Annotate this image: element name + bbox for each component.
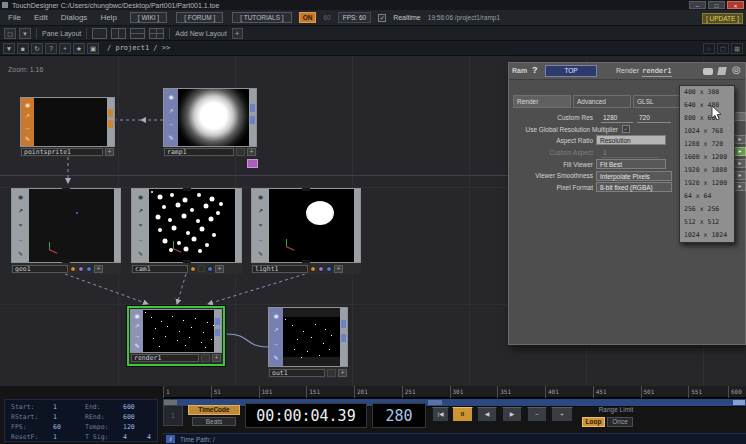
node-flag-icon[interactable]: ✎ <box>168 135 173 141</box>
pane-view-icon[interactable]: ▦ <box>731 43 743 54</box>
node-flag-icon[interactable]: × <box>19 222 23 228</box>
timeline-mini-button[interactable]: 1 <box>163 405 183 426</box>
once-button[interactable]: Once <box>607 417 633 427</box>
node-connectors[interactable] <box>214 310 221 352</box>
output-connector[interactable] <box>108 109 113 117</box>
node-flag-icon[interactable]: → <box>134 333 140 339</box>
node-out1[interactable]: ◉↗→✎ out1 + <box>268 307 348 378</box>
output-connector[interactable] <box>341 320 346 328</box>
pickable-flag-dot[interactable] <box>318 266 324 272</box>
update-button[interactable]: [ UPDATE ] <box>702 13 743 24</box>
multiplier-checkbox[interactable]: ✓ <box>622 125 630 133</box>
resolution-menu-item[interactable]: 256 x 256 <box>680 203 734 216</box>
param-tab[interactable]: Render <box>513 95 571 108</box>
op-family-badge[interactable]: TOP <box>545 65 597 77</box>
node-name[interactable]: geo1 <box>12 265 68 273</box>
node-ramp1[interactable]: ◉↗→✎ ramp1 + <box>163 88 257 157</box>
output-connector[interactable] <box>250 104 255 112</box>
resolution-menu-item[interactable]: 64 x 64 <box>680 190 734 203</box>
node-expand-button[interactable]: + <box>334 265 343 273</box>
navbar-icon[interactable]: + <box>59 43 71 54</box>
node-viewer[interactable] <box>269 189 354 262</box>
node-flag-icon[interactable]: ◉ <box>18 194 23 200</box>
display-flag-dot[interactable] <box>326 266 332 272</box>
navbar-icon[interactable]: ▼ <box>3 43 15 54</box>
node-flag-icon[interactable]: ↗ <box>258 208 263 214</box>
ramp-keys-button[interactable] <box>247 159 258 168</box>
custom-aspect-field[interactable]: 1 <box>601 149 659 158</box>
comment-icon[interactable] <box>703 68 713 75</box>
node-flag-icon[interactable]: → <box>18 237 24 243</box>
rstart-value[interactable]: 1 <box>53 413 57 421</box>
output-connector[interactable] <box>250 116 255 124</box>
node-flag-icon[interactable]: × <box>259 222 263 228</box>
node-cam1[interactable]: ◉↗×→✎ cam1 + <box>131 188 242 274</box>
node-flag-icon[interactable]: ✎ <box>134 343 139 349</box>
step-forward-button[interactable]: + <box>551 407 573 422</box>
resolution-menu-item[interactable]: 1600 x 1200 <box>680 151 734 164</box>
param-menu-arrow-icon[interactable]: ▸ <box>734 135 746 144</box>
node-flag-icon[interactable]: → <box>258 237 264 243</box>
tsig-value-a[interactable]: 4 <box>123 433 127 441</box>
timeline-settings-panel[interactable]: Start: 1 End: 600 RStart: 1 REnd: 600 FP… <box>4 399 158 442</box>
jump-to-start-button[interactable]: |◀ <box>432 407 449 422</box>
param-menu-arrow-icon[interactable]: ▸ <box>734 182 746 191</box>
param-menu-arrow-icon[interactable]: ▸ <box>734 171 746 180</box>
node-flag-icon[interactable]: → <box>138 237 144 243</box>
node-flag-icon[interactable]: → <box>273 341 279 347</box>
resolution-menu-item[interactable]: 1024 x 1024 <box>680 229 734 242</box>
close-button[interactable]: × <box>727 1 744 9</box>
pane-layout-preset-quad[interactable] <box>149 28 164 39</box>
pixel-format-menu[interactable]: 8-bit fixed (RGBA) <box>596 182 672 192</box>
time-path-icon[interactable]: / <box>166 435 175 443</box>
resolution-menu-item[interactable]: 1024 x 768 <box>680 125 734 138</box>
gear-icon[interactable]: ◎ <box>732 64 741 75</box>
menu-item[interactable]: Edit <box>34 13 48 22</box>
resolution-menu-item[interactable]: 512 x 512 <box>680 216 734 229</box>
add-layout-button[interactable]: + <box>232 28 243 39</box>
output-connector[interactable] <box>341 334 346 342</box>
node-viewer[interactable] <box>34 98 107 146</box>
tempo-value[interactable]: 120 <box>123 423 135 431</box>
node-connectors[interactable] <box>340 308 347 366</box>
help-icon[interactable]: ? <box>532 65 538 75</box>
param-menu-arrow-icon-active[interactable]: ▸ <box>734 147 746 156</box>
input-connector[interactable] <box>183 188 191 191</box>
range-right-handle[interactable] <box>733 400 745 405</box>
minimize-button[interactable]: – <box>689 1 706 9</box>
node-connectors[interactable] <box>114 189 120 262</box>
node-flag-icon[interactable]: ◉ <box>25 102 30 108</box>
custom-res-height-field[interactable]: 720 <box>637 114 671 123</box>
pane-toolbar-icon[interactable]: ▢ <box>4 28 16 39</box>
output-connector[interactable] <box>302 260 310 263</box>
navbar-icon[interactable]: ■ <box>17 43 29 54</box>
start-value[interactable]: 1 <box>53 403 57 411</box>
node-render1-selected[interactable]: ◉↗→✎ render1 + <box>127 306 225 366</box>
node-name[interactable]: cam1 <box>132 265 188 273</box>
play-reverse-button[interactable]: ◀ <box>477 407 497 422</box>
fill-viewer-menu[interactable]: Fit Best <box>596 159 666 169</box>
node-viewer[interactable] <box>149 189 235 262</box>
pickable-flag-dot[interactable] <box>78 266 84 272</box>
node-flag-icon[interactable]: ✎ <box>273 355 278 361</box>
node-geo1[interactable]: ◉↗×→✎ geo1 + <box>11 188 121 274</box>
link-button[interactable]: [ TUTORIALS ] <box>232 12 291 23</box>
node-flag-icon[interactable]: ↗ <box>138 208 143 214</box>
pane-view-icon[interactable]: ▢ <box>717 43 729 54</box>
resolution-menu-item[interactable]: 1920 x 1080 <box>680 164 734 177</box>
flag-slot[interactable] <box>198 265 205 272</box>
timecode-mode-button[interactable]: TimeCode <box>188 405 240 415</box>
navbar-icon[interactable]: ▣ <box>87 43 99 54</box>
node-expand-button[interactable]: + <box>105 148 114 156</box>
time-path-bar[interactable]: / Time Path: / <box>163 433 746 444</box>
menu-item[interactable]: Dialogs <box>61 13 88 22</box>
node-connectors[interactable] <box>249 89 256 146</box>
node-flag-icon[interactable]: ↗ <box>25 113 30 119</box>
input-connector[interactable] <box>302 188 310 191</box>
node-connectors[interactable] <box>107 98 114 146</box>
node-expand-button[interactable]: + <box>338 369 347 377</box>
step-back-button[interactable]: − <box>527 407 547 422</box>
output-connector[interactable] <box>108 120 113 128</box>
node-expand-button[interactable]: + <box>212 354 221 362</box>
node-flag-icon[interactable]: ◉ <box>134 313 139 319</box>
